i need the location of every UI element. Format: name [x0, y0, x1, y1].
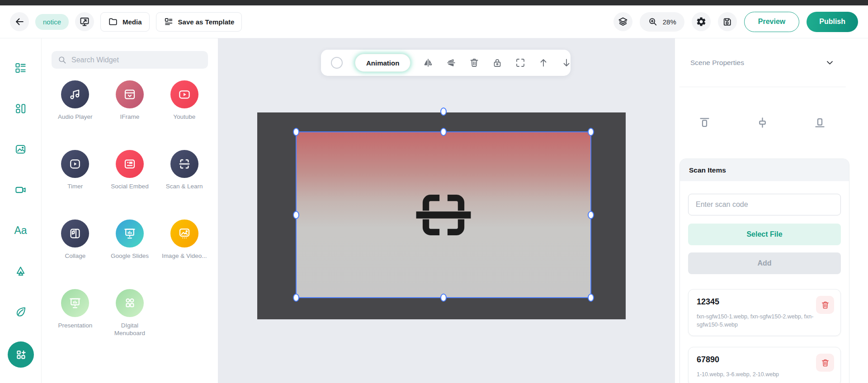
resize-handle-top-left[interactable]	[293, 128, 299, 136]
save-button[interactable]	[718, 12, 737, 31]
resize-handle-right[interactable]	[588, 211, 594, 219]
layers-button[interactable]	[613, 12, 632, 31]
widget-social-embed[interactable]: Social Embed	[103, 150, 157, 198]
cast-display-button[interactable]	[75, 12, 94, 31]
widget-google-slides[interactable]: Google Slides	[103, 220, 157, 267]
scan-code-input[interactable]	[688, 194, 841, 215]
canvas-area[interactable]: Animation	[218, 38, 675, 383]
add-widget-fab[interactable]	[8, 341, 34, 368]
scan-item-row: 12345 fxn-sgfw150-1.webp, fxn-sgfw150-2.…	[688, 289, 841, 336]
scan-item-files: fxn-sgfw150-1.webp, fxn-sgfw150-2.webp, …	[697, 313, 832, 329]
settings-button[interactable]	[692, 12, 711, 31]
presentation-screen-icon	[68, 296, 82, 310]
sidebar-item-shapes[interactable]	[14, 265, 27, 277]
play-icon	[178, 88, 191, 101]
selection-toolbar: Animation	[321, 50, 571, 76]
arrow-down-icon[interactable]	[561, 57, 572, 68]
delete-scan-item-button[interactable]	[816, 296, 834, 314]
media-button[interactable]: Media	[100, 12, 150, 32]
gear-icon	[696, 16, 707, 27]
resize-handle-left[interactable]	[293, 211, 299, 219]
template-icon	[164, 17, 174, 27]
scene-properties-toggle[interactable]: Scene Properties	[675, 38, 849, 87]
preview-button[interactable]: Preview	[744, 12, 799, 32]
add-button[interactable]: Add	[688, 252, 841, 274]
align-bottom-icon[interactable]	[814, 117, 826, 129]
chevron-down-icon	[826, 58, 834, 67]
align-center-horizontal-icon[interactable]	[756, 117, 769, 129]
window-top-strip	[0, 0, 868, 5]
select-file-button[interactable]: Select File	[688, 224, 841, 245]
zoom-control[interactable]: 28%	[640, 12, 684, 32]
trash-icon	[821, 300, 830, 310]
sidebar-item-text[interactable]: Aa	[14, 224, 27, 237]
widget-panel: Audio Player IFrame Youtube Timer Social…	[42, 38, 218, 383]
fullscreen-icon[interactable]	[515, 57, 526, 68]
sidebar-item-eco[interactable]	[14, 306, 27, 318]
left-icon-rail: Aa	[0, 38, 42, 383]
align-top-icon[interactable]	[698, 117, 711, 129]
scan-item-row: 67890 1-10.webp, 3-6.webp, 2-10.webp	[688, 347, 841, 383]
folder-icon	[108, 17, 118, 27]
scan-brackets-icon	[178, 157, 191, 171]
image-video-icon	[178, 227, 191, 240]
sidebar-item-widgets[interactable]	[14, 62, 27, 74]
widget-search[interactable]	[52, 51, 208, 69]
delete-scan-item-button[interactable]	[816, 354, 834, 372]
scene-stage[interactable]	[257, 112, 626, 319]
widget-timer[interactable]: Timer	[48, 150, 103, 198]
scan-items-section: Scan Items Select File Add 12345 fxn-sgf…	[679, 159, 849, 383]
delete-icon[interactable]	[469, 57, 480, 68]
selected-scan-widget[interactable]	[296, 131, 591, 298]
scan-brackets-icon	[412, 187, 475, 243]
align-controls	[675, 87, 849, 159]
back-button[interactable]	[10, 12, 29, 31]
widget-digital-menuboard[interactable]: DIgital Menuboard	[103, 289, 157, 337]
menu-grid-icon	[123, 296, 137, 310]
add-widget-icon	[14, 348, 27, 361]
scene-properties-label: Scene Properties	[690, 59, 744, 67]
widget-search-input[interactable]	[71, 56, 202, 64]
header-bar: notice Media Save as Template	[0, 5, 868, 38]
arrow-up-icon[interactable]	[538, 57, 549, 68]
layers-icon	[618, 16, 628, 27]
sidebar-item-images[interactable]	[14, 143, 27, 155]
save-floppy-icon	[722, 17, 732, 27]
sidebar-item-videos[interactable]	[14, 184, 27, 196]
flip-vertical-icon[interactable]	[446, 57, 457, 68]
zoom-level-value: 28%	[663, 18, 676, 26]
scan-item-code: 67890	[697, 355, 832, 364]
resize-handle-bottom-right[interactable]	[588, 294, 594, 302]
media-button-label: Media	[123, 18, 142, 26]
sidebar-item-layouts[interactable]	[14, 103, 27, 115]
widget-image-video[interactable]: Image & Video...	[157, 220, 212, 267]
widget-youtube[interactable]: Youtube	[157, 80, 212, 128]
back-arrow-icon	[14, 17, 24, 27]
save-as-template-button[interactable]: Save as Template	[156, 12, 242, 32]
widget-audio-player[interactable]: Audio Player	[48, 80, 103, 128]
resize-handle-top-right[interactable]	[588, 128, 594, 136]
widget-iframe[interactable]: IFrame	[103, 80, 157, 128]
flip-horizontal-icon[interactable]	[423, 57, 434, 68]
resize-handle-top[interactable]	[440, 128, 447, 136]
save-as-template-label: Save as Template	[178, 18, 235, 26]
rotation-handle[interactable]	[440, 107, 447, 116]
widget-presentation[interactable]: Presentation	[48, 289, 103, 337]
widget-grid: Audio Player IFrame Youtube Timer Social…	[42, 80, 218, 337]
properties-panel: Scene Properties Scan Items Select File …	[675, 38, 868, 383]
cast-display-icon	[79, 16, 90, 27]
social-card-icon	[123, 157, 137, 171]
zoom-in-icon	[648, 17, 658, 27]
publish-button[interactable]: Publish	[807, 12, 858, 32]
color-swatch[interactable]	[331, 57, 343, 69]
animation-button[interactable]: Animation	[355, 54, 410, 72]
search-icon	[58, 56, 66, 64]
scan-item-code: 12345	[697, 297, 832, 307]
widget-scan-and-learn[interactable]: Scan & Learn	[157, 150, 212, 198]
trash-icon	[821, 358, 830, 368]
lock-icon[interactable]	[492, 57, 503, 68]
resize-handle-bottom[interactable]	[440, 294, 447, 302]
resize-handle-bottom-left[interactable]	[293, 294, 299, 302]
scan-item-files: 1-10.webp, 3-6.webp, 2-10.webp	[697, 370, 832, 378]
widget-collage[interactable]: Collage	[48, 220, 103, 267]
